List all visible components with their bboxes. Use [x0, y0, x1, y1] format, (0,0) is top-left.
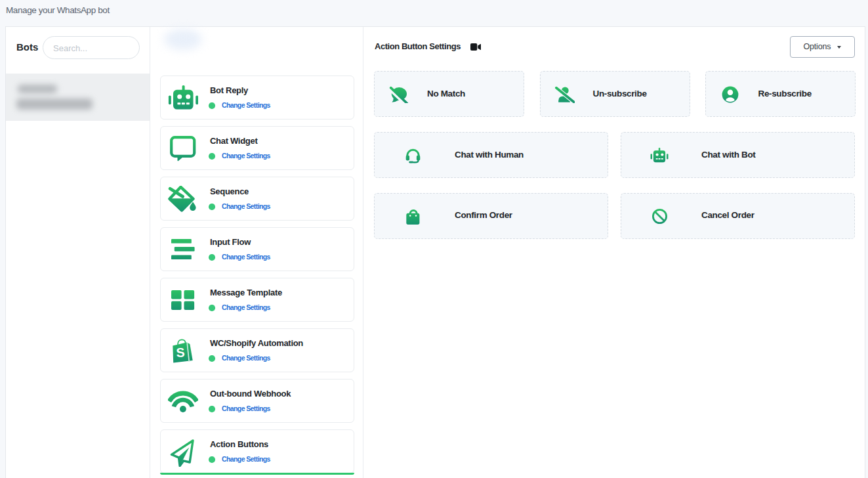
- svg-text:S: S: [176, 345, 186, 360]
